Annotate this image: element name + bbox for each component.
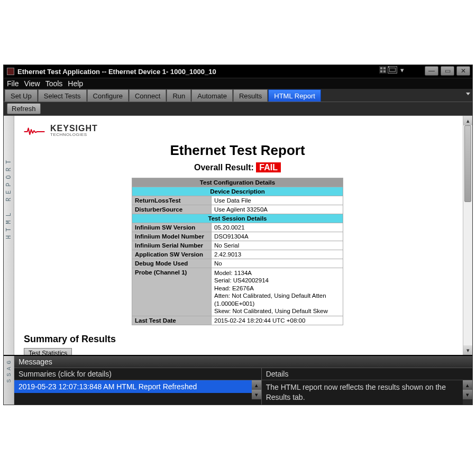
summary-item-text: 2019-05-23 12:07:13:848 AM HTML Report R…: [19, 382, 197, 391]
hdr-session: Test Session Details: [132, 214, 343, 223]
row-model-v: DSO91304A: [212, 232, 343, 241]
tab-overflow-icon[interactable]: [466, 93, 470, 95]
tab-results[interactable]: Results: [233, 89, 268, 102]
row-last-v: 2015-02-24 18:20:44 UTC +08:00: [212, 316, 343, 325]
window-title: Ethernet Test Application -- Ethernet De…: [17, 68, 216, 76]
messages-panel: SSAG Messages Summaries (click for detai…: [4, 355, 472, 405]
row-return-loss-v: Use Data File: [212, 196, 343, 205]
overall-result: Overall Result: FAIL: [24, 163, 451, 172]
row-serial-k: Infiniium Serial Number: [132, 241, 212, 250]
report-pane: KEYSIGHT TECHNOLOGIES Ethernet Test Repo…: [14, 116, 472, 355]
summaries-header: Summaries (click for details): [14, 368, 261, 380]
summaries-column: Summaries (click for details) 2019-05-23…: [14, 368, 262, 405]
messages-header[interactable]: Messages: [14, 356, 472, 368]
row-probe-k: Probe (Channel 1): [132, 268, 212, 316]
hdr-device: Device Description: [132, 187, 343, 196]
details-scrollbar[interactable]: ▴ ▾: [463, 380, 472, 405]
report-scrollbar[interactable]: ▴ ▾: [463, 116, 472, 355]
row-dist-src-k: DisturberSource: [132, 205, 212, 214]
details-text: The HTML report now reflects the results…: [262, 380, 463, 405]
summary-item[interactable]: 2019-05-23 12:07:13:848 AM HTML Report R…: [14, 380, 252, 393]
menu-file[interactable]: File: [7, 79, 19, 88]
scroll-down-icon[interactable]: ▾: [463, 390, 472, 399]
content-row: HTML REPORT KEYSIGHT TECHNOLOGIES Ethern…: [4, 116, 472, 355]
chevron-down-icon[interactable]: ▾: [398, 66, 406, 74]
keysight-logo: KEYSIGHT TECHNOLOGIES: [24, 124, 451, 137]
row-model-k: Infiniium Model Number: [132, 232, 212, 241]
app-icon: [7, 68, 14, 75]
maximize-button[interactable]: ▭: [441, 66, 454, 76]
row-appver-k: Application SW Version: [132, 250, 212, 259]
menubar: File View Tools Help: [4, 78, 472, 89]
details-column: Details The HTML report now reflects the…: [262, 368, 472, 405]
row-swver-v: 05.20.0021: [212, 223, 343, 232]
tab-configure[interactable]: Configure: [87, 89, 129, 102]
row-last-k: Last Test Date: [132, 316, 212, 325]
brand-name: KEYSIGHT: [50, 124, 98, 133]
side-tab-bottom-label: SSAG: [6, 358, 12, 382]
details-header: Details: [262, 368, 472, 380]
keysight-pulse-icon: [24, 124, 45, 137]
summary-heading: Summary of Results: [24, 334, 451, 345]
minimize-button[interactable]: —: [425, 66, 438, 76]
side-tab[interactable]: HTML REPORT: [4, 116, 14, 355]
row-serial-v: No Serial: [212, 241, 343, 250]
side-tab-bottom[interactable]: SSAG: [4, 356, 14, 405]
toolbar: Refresh: [4, 102, 472, 116]
tabbar: Set Up Select Tests Configure Connect Ru…: [4, 89, 472, 102]
close-button[interactable]: ✕: [456, 66, 470, 76]
row-debug-k: Debug Mode Used: [132, 259, 212, 268]
fail-badge: FAIL: [256, 162, 281, 172]
layout-grid-icon[interactable]: [379, 66, 387, 74]
scroll-up-icon[interactable]: ▴: [463, 116, 472, 125]
side-tab-label: HTML REPORT: [5, 157, 13, 239]
overall-label: Overall Result:: [194, 163, 254, 172]
tab-test-statistics[interactable]: Test Statistics: [24, 348, 72, 355]
app-window: Ethernet Test Application -- Ethernet De…: [3, 65, 473, 405]
tab-run[interactable]: Run: [167, 89, 191, 102]
config-table: Test Configuration Details Device Descri…: [132, 178, 343, 325]
scroll-thumb[interactable]: [464, 125, 471, 202]
window-controls: — ▭ ✕: [425, 66, 470, 76]
scroll-up-icon[interactable]: ▴: [463, 380, 472, 390]
brand-sub: TECHNOLOGIES: [50, 133, 98, 137]
hdr-config: Test Configuration Details: [132, 178, 343, 187]
tab-connect[interactable]: Connect: [129, 89, 166, 102]
scroll-down-icon[interactable]: ▾: [252, 390, 261, 399]
row-dist-src-v: Use Agilent 33250A: [212, 205, 343, 214]
row-swver-k: Infiniium SW Version: [132, 223, 212, 232]
row-probe-v: Model: 1134A Serial: US42002914 Head: E2…: [212, 268, 343, 316]
scroll-up-icon[interactable]: ▴: [252, 380, 261, 390]
tab-set-up[interactable]: Set Up: [5, 89, 38, 102]
report-title: Ethernet Test Report: [24, 142, 451, 159]
row-return-loss-k: ReturnLossTest: [132, 196, 212, 205]
scroll-down-icon[interactable]: ▾: [463, 345, 472, 355]
tab-select-tests[interactable]: Select Tests: [38, 89, 87, 102]
menu-tools[interactable]: Tools: [45, 79, 63, 88]
title-toolbox: ▾: [379, 66, 406, 74]
refresh-button[interactable]: Refresh: [7, 103, 41, 114]
row-appver-v: 2.42.9013: [212, 250, 343, 259]
summaries-scrollbar[interactable]: ▴ ▾: [252, 380, 261, 399]
menu-view[interactable]: View: [24, 79, 40, 88]
expand-icon[interactable]: [388, 66, 397, 74]
titlebar: Ethernet Test Application -- Ethernet De…: [4, 65, 472, 78]
row-debug-v: No: [212, 259, 343, 268]
tab-automate[interactable]: Automate: [191, 89, 233, 102]
tab-html-report[interactable]: HTML Report: [268, 89, 321, 102]
menu-help[interactable]: Help: [68, 79, 83, 88]
